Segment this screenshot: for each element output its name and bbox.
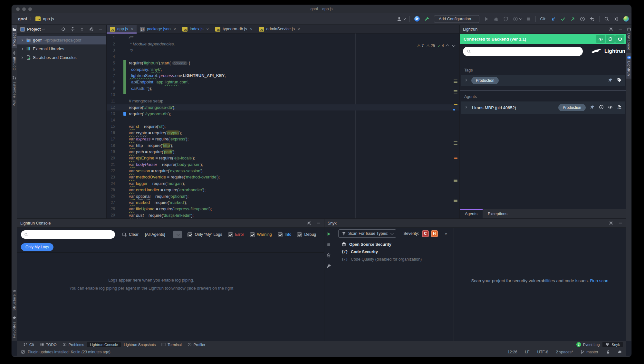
line-number[interactable]: 29 xyxy=(107,213,115,217)
panel-settings-gear-icon[interactable] xyxy=(609,27,613,32)
tag-icon[interactable] xyxy=(617,78,622,84)
error-stripe-mark-lines[interactable] xyxy=(454,199,457,199)
git-update-icon[interactable] xyxy=(551,16,556,22)
close-tab-icon[interactable]: × xyxy=(250,27,253,32)
filter-checkbox-debug[interactable]: Debug xyxy=(297,232,316,237)
tree-item-external-libraries[interactable]: External Libraries xyxy=(17,44,106,53)
eye-icon[interactable] xyxy=(596,35,605,43)
previous-problem-icon[interactable] xyxy=(446,44,449,48)
line-number[interactable]: 11 xyxy=(107,99,115,103)
code-line-22[interactable]: 22var session = require('express-session… xyxy=(107,168,459,174)
eye-icon[interactable] xyxy=(608,105,613,111)
code-line-23[interactable]: 23var methodOverride = require('method-o… xyxy=(107,174,459,180)
tree-item-scratches-and-consoles[interactable]: Scratches and Consoles xyxy=(17,53,106,62)
pin-icon[interactable] xyxy=(590,105,595,111)
error-stripe-mark-yellow[interactable] xyxy=(454,104,457,105)
code-line-5[interactable]: 5require('lightrun').start( options: { xyxy=(107,60,459,66)
run-scan-link[interactable]: Run scan xyxy=(590,278,609,283)
code-line-13[interactable]: 13require('./typeorm-db'); xyxy=(107,110,459,117)
filter-checkbox-error[interactable]: Error xyxy=(228,232,244,237)
code-line-7[interactable]: 7 lightrunSecret: process.env.LIGHTRUN_A… xyxy=(107,72,459,79)
toolwindow-button-git[interactable]: Git xyxy=(20,342,37,347)
expand-all-icon[interactable] xyxy=(70,27,75,32)
pin-icon[interactable] xyxy=(608,78,613,84)
error-stripe-mark-blue[interactable] xyxy=(453,109,455,110)
ide-updates-icon[interactable] xyxy=(623,16,629,22)
agent-row[interactable]: Lirans-MBP (pid 40652) Production PIPE xyxy=(461,101,625,114)
power-icon[interactable] xyxy=(615,35,624,43)
close-tab-icon[interactable]: × xyxy=(298,27,300,32)
code-line-9[interactable]: 9 caPath: ''}); xyxy=(107,85,459,92)
error-stripe[interactable] xyxy=(453,34,458,218)
tree-item-goof[interactable]: goof~/projects/repos/goof xyxy=(17,36,106,44)
severity-badge-h[interactable]: H xyxy=(431,230,438,237)
chevron-down-icon[interactable] xyxy=(42,27,45,30)
line-number[interactable]: 13 xyxy=(107,111,115,116)
snyk-item-code-security[interactable]: {/}Code Security xyxy=(333,248,454,255)
run-scan-play-icon[interactable] xyxy=(326,232,331,238)
panel-settings-gear-icon[interactable] xyxy=(609,221,613,225)
pipe-icon[interactable]: PIPE xyxy=(617,105,622,111)
project-panel-title[interactable]: Project xyxy=(27,27,41,32)
gutter-added-lines-bar[interactable] xyxy=(123,60,126,94)
code-line-17[interactable]: 17var express = require('express'); xyxy=(107,136,459,142)
coverage-icon[interactable] xyxy=(503,16,508,22)
code-line-14[interactable]: 14 xyxy=(107,117,459,123)
status-widget-lock[interactable] xyxy=(606,350,610,354)
hide-panel-icon[interactable] xyxy=(98,27,103,32)
lightrun-tab-agents[interactable]: Agents xyxy=(460,209,483,218)
editor-tab-app-js[interactable]: JSapp.js× xyxy=(107,25,137,33)
code-line-3[interactable]: 3 */ xyxy=(107,47,459,53)
code-lines[interactable]: 1/**2 * Module dependencies.3 */45requir… xyxy=(107,34,459,218)
code-line-16[interactable]: 16var crypto = require('crypto'); xyxy=(107,129,459,136)
stripe-item-commit[interactable]: Commit xyxy=(12,48,17,73)
clear-logs-button[interactable]: Clear xyxy=(122,232,139,237)
line-number[interactable]: 27 xyxy=(107,200,115,205)
code-line-19[interactable]: 19var path = require('path'); xyxy=(107,148,459,155)
error-stripe-mark-lines[interactable] xyxy=(454,141,457,142)
settings-gear-icon[interactable] xyxy=(614,16,619,22)
stripe-item-project[interactable]: Project xyxy=(12,25,17,48)
hide-panel-icon[interactable] xyxy=(618,27,623,32)
breadcrumb[interactable]: goof 〉 JS app.js xyxy=(18,13,54,24)
severity-badge-c[interactable]: C xyxy=(422,230,429,237)
line-number[interactable]: 7 xyxy=(107,73,115,78)
status-message[interactable]: Plugin updates installed: Kotlin (23 min… xyxy=(21,350,111,354)
line-number[interactable]: 6 xyxy=(107,67,115,72)
tag-row[interactable]: Production xyxy=(461,75,625,86)
user-account-icon[interactable] xyxy=(397,16,405,22)
breadcrumb-file[interactable]: app.js xyxy=(43,16,54,21)
build-hammer-icon[interactable] xyxy=(424,16,429,22)
toolwindow-button-lightrun-snapshots[interactable]: Lightrun Snapshots xyxy=(121,342,159,347)
line-number[interactable]: 10 xyxy=(107,92,115,97)
toolwindow-button-terminal[interactable]: Terminal xyxy=(159,342,184,347)
line-number[interactable]: 20 xyxy=(107,156,115,160)
line-number[interactable]: 12 xyxy=(107,105,115,110)
gutter-changed-line-mark[interactable] xyxy=(123,112,126,116)
info-icon[interactable] xyxy=(599,105,604,111)
panel-settings-gear-icon[interactable] xyxy=(307,221,312,225)
collapse-all-icon[interactable] xyxy=(80,27,84,32)
toolwindow-button-event-log[interactable]: 2Event Log xyxy=(573,341,603,348)
snyk-item-code-quality-disabled-for-orga[interactable]: {/}Code Quality (disabled for organizati… xyxy=(333,255,454,263)
code-line-18[interactable]: 18var http = require('http'); xyxy=(107,142,459,149)
stop-icon[interactable] xyxy=(526,16,531,22)
toolwindow-button-profiler[interactable]: Profiler xyxy=(185,342,208,347)
status-widget-12-26[interactable]: 12:26 xyxy=(508,350,517,354)
git-commit-check-icon[interactable] xyxy=(561,16,566,22)
line-number[interactable]: 14 xyxy=(107,118,115,122)
locate-file-icon[interactable] xyxy=(61,27,66,32)
code-line-25[interactable]: 25var errorHandler = require('errorhandl… xyxy=(107,187,459,193)
breadcrumb-project[interactable]: goof xyxy=(18,16,27,21)
more-actions-chevrons[interactable]: » xyxy=(445,231,447,236)
toolwindow-button-problems[interactable]: Problems xyxy=(60,342,87,347)
error-stripe-mark-lines[interactable] xyxy=(454,80,457,80)
line-number[interactable]: 1 xyxy=(107,35,115,40)
agent-name[interactable]: Lirans-MBP (pid 40652) xyxy=(472,105,516,110)
stripe-item-structure[interactable]: Structure xyxy=(12,286,17,313)
editor-tab-package-json[interactable]: { }package.json× xyxy=(137,25,179,33)
filter-checkbox-warning[interactable]: Warning xyxy=(250,232,272,237)
editor-tab-index-js[interactable]: JSindex.js× xyxy=(179,25,212,33)
clean-results-trash-icon[interactable] xyxy=(326,253,331,259)
code-line-10[interactable]: 10 xyxy=(107,91,459,98)
